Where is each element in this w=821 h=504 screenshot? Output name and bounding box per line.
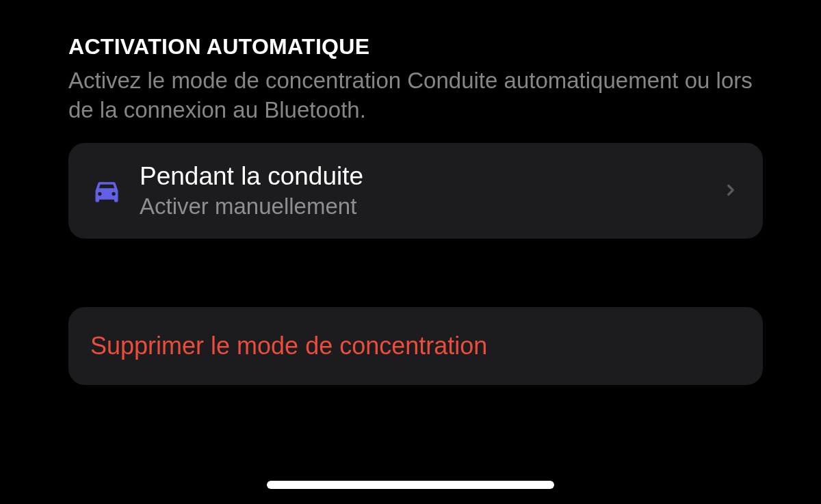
car-icon: [92, 176, 122, 206]
driving-row-content: Pendant la conduite Activer manuellement: [140, 162, 714, 220]
delete-focus-label: Supprimer le mode de concentration: [90, 332, 741, 360]
chevron-right-icon: [722, 176, 740, 205]
driving-row-subtitle: Activer manuellement: [140, 194, 714, 220]
driving-activation-row[interactable]: Pendant la conduite Activer manuellement: [68, 143, 763, 239]
settings-screen: ACTIVATION AUTOMATIQUE Activez le mode d…: [0, 0, 821, 385]
section-header: ACTIVATION AUTOMATIQUE: [68, 34, 763, 59]
driving-row-title: Pendant la conduite: [140, 162, 714, 191]
section-description: Activez le mode de concentration Conduit…: [68, 66, 763, 125]
delete-focus-button[interactable]: Supprimer le mode de concentration: [68, 307, 763, 385]
home-indicator[interactable]: [267, 481, 554, 489]
